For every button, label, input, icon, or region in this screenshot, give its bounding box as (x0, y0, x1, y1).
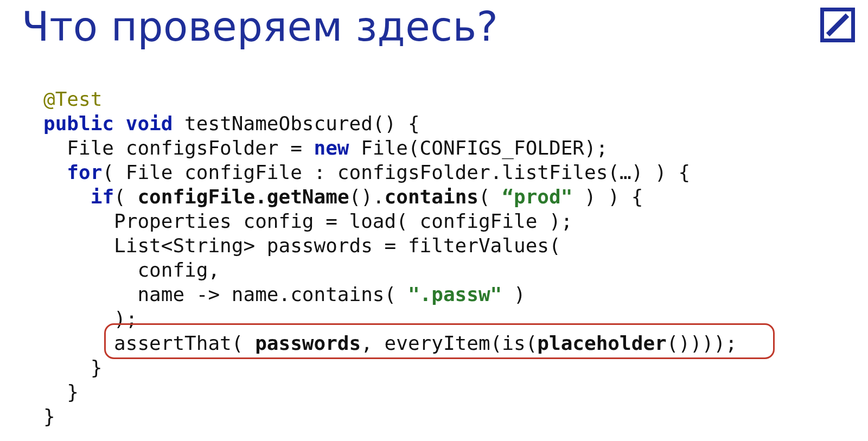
code-line: config, (43, 259, 220, 281)
kw-void: void (126, 112, 173, 135)
code-line: placeholder (537, 332, 666, 354)
code-line: , everyItem(is( (361, 332, 537, 354)
string-literal: ".passw" (408, 283, 502, 305)
code-line: contains (385, 186, 478, 208)
code-line (43, 161, 67, 183)
code-line: passwords (255, 332, 361, 354)
code-line: ); (43, 308, 137, 330)
code-line: } (43, 356, 102, 379)
code-line: File(CONFIGS_FOLDER); (349, 137, 608, 159)
code-block: @Test public void testNameObscured() { F… (43, 87, 737, 429)
code-line: assertThat( (43, 332, 255, 354)
code-line: ()))); (667, 332, 737, 354)
code-line: Properties config = load( configFile ); (43, 210, 572, 232)
method-signature: testNameObscured() { (173, 112, 419, 135)
code-line: File configsFolder = (43, 137, 314, 159)
code-line: } (43, 381, 79, 403)
annotation: @Test (43, 88, 102, 110)
code-line: List<String> passwords = filterValues( (43, 234, 561, 257)
kw-if: if (91, 186, 114, 208)
code-line: ( File configFile : configsFolder.listFi… (102, 161, 690, 183)
bank-logo-icon (820, 8, 855, 42)
code-line: ( (478, 186, 502, 208)
string-literal: “prod" (502, 186, 572, 208)
code-line: } (43, 405, 55, 427)
code-line (43, 186, 91, 208)
kw-new: new (314, 137, 349, 159)
kw-for: for (67, 161, 102, 183)
code-line: configFile.getName (137, 186, 349, 208)
svg-line-1 (828, 15, 847, 35)
kw-public: public (43, 112, 114, 135)
slide-title: Что проверяем здесь? (22, 3, 498, 50)
code-line: (). (349, 186, 385, 208)
code-line: ( (114, 186, 137, 208)
code-line: name -> name.contains( (43, 283, 408, 305)
slide: Что проверяем здесь? @Test public void t… (0, 0, 868, 441)
code-line: ) (502, 283, 525, 305)
code-line: ) ) { (572, 186, 643, 208)
